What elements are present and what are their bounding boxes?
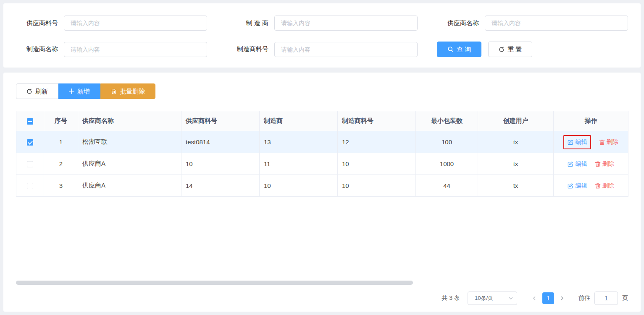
delete-icon bbox=[595, 161, 601, 167]
edit-button[interactable]: 编辑 bbox=[568, 138, 587, 146]
delete-button[interactable]: 删除 bbox=[599, 138, 618, 146]
edit-button[interactable]: 编辑 bbox=[568, 182, 587, 190]
edit-icon bbox=[568, 139, 573, 145]
pagination-total: 共 3 条 bbox=[442, 294, 460, 302]
reset-icon bbox=[499, 47, 505, 52]
edit-icon bbox=[568, 161, 573, 167]
cell-supplier-pn: 14 bbox=[181, 175, 260, 197]
form-item-supplier-pn: 供应商料号 bbox=[16, 16, 207, 31]
edit-button-label: 编辑 bbox=[575, 138, 587, 146]
page-unit-label: 页 bbox=[622, 294, 628, 302]
delete-button-label: 删除 bbox=[607, 138, 618, 146]
delete-button-label: 删除 bbox=[602, 182, 614, 190]
manufacturer-label: 制 造 商 bbox=[226, 19, 268, 27]
edit-button-label: 编辑 bbox=[575, 160, 587, 168]
cell-supplier-name: 供应商A bbox=[78, 175, 181, 197]
form-item-supplier-name: 供应商名称 bbox=[437, 16, 628, 31]
annotation-highlight-box: 编辑 bbox=[563, 135, 591, 149]
cell-creator: tx bbox=[478, 153, 554, 175]
header-supplier-name: 供应商名称 bbox=[78, 111, 181, 131]
header-manufacturer-pn: 制造商料号 bbox=[338, 111, 416, 131]
cell-manufacturer: 13 bbox=[260, 131, 338, 153]
header-supplier-pn: 供应商料号 bbox=[181, 111, 260, 131]
select-all-checkbox[interactable] bbox=[27, 118, 33, 125]
header-actions: 操作 bbox=[554, 111, 628, 131]
manufacturer-input[interactable] bbox=[274, 16, 418, 31]
header-manufacturer: 制造商 bbox=[260, 111, 338, 131]
row-checkbox[interactable] bbox=[27, 183, 33, 189]
trash-icon bbox=[111, 89, 117, 94]
goto-page-input[interactable] bbox=[594, 292, 618, 305]
next-page-button[interactable] bbox=[557, 292, 568, 304]
search-button[interactable]: 查 询 bbox=[437, 42, 481, 57]
cell-manufacturer-pn: 10 bbox=[338, 153, 416, 175]
cell-supplier-name: 松湖互联 bbox=[78, 131, 181, 153]
cell-min-package: 1000 bbox=[416, 153, 478, 175]
manufacturer-name-input[interactable] bbox=[64, 42, 207, 57]
refresh-button[interactable]: 刷新 bbox=[16, 83, 58, 99]
cell-creator: tx bbox=[478, 175, 554, 197]
add-button[interactable]: 新增 bbox=[58, 83, 100, 99]
page: 供应商料号 制 造 商 供应商名称 制造商名称 制造商料号 bbox=[0, 0, 644, 315]
chevron-right-icon bbox=[560, 296, 565, 301]
cell-supplier-pn: 10 bbox=[181, 153, 260, 175]
supplier-pn-label: 供应商料号 bbox=[16, 19, 58, 27]
current-page-button[interactable]: 1 bbox=[542, 292, 554, 304]
edit-button-label: 编辑 bbox=[575, 182, 587, 190]
row-checkbox[interactable] bbox=[27, 161, 33, 167]
form-item-manufacturer-name: 制造商名称 bbox=[16, 42, 207, 57]
delete-icon bbox=[599, 139, 605, 145]
search-form-buttons: 查 询 重 置 bbox=[437, 42, 628, 57]
delete-icon bbox=[595, 183, 601, 189]
manufacturer-pn-input[interactable] bbox=[274, 42, 418, 57]
cell-manufacturer: 10 bbox=[260, 175, 338, 197]
header-min-package: 最小包装数 bbox=[416, 111, 478, 131]
reset-button[interactable]: 重 置 bbox=[488, 42, 532, 57]
goto-label: 前往 bbox=[578, 294, 590, 302]
header-creator: 创建用户 bbox=[478, 111, 554, 131]
form-item-manufacturer-pn: 制造商料号 bbox=[226, 42, 418, 57]
toolbar: 刷新 新增 批量删除 bbox=[16, 83, 628, 99]
delete-button-label: 删除 bbox=[602, 160, 614, 168]
delete-button[interactable]: 删除 bbox=[595, 160, 614, 168]
cell-min-package: 44 bbox=[416, 175, 478, 197]
edit-button[interactable]: 编辑 bbox=[568, 160, 587, 168]
cell-index: 1 bbox=[44, 131, 78, 153]
reset-button-label: 重 置 bbox=[507, 46, 522, 52]
cell-supplier-pn: test0814 bbox=[181, 131, 260, 153]
edit-icon bbox=[568, 183, 573, 189]
supplier-name-label: 供应商名称 bbox=[437, 19, 479, 27]
search-form: 供应商料号 制 造 商 供应商名称 制造商名称 制造商料号 bbox=[16, 16, 628, 57]
manufacturer-pn-label: 制造商料号 bbox=[226, 45, 268, 53]
cell-creator: tx bbox=[478, 131, 554, 153]
table-row[interactable]: 3 供应商A 14 10 10 44 tx bbox=[16, 175, 628, 197]
add-button-label: 新增 bbox=[77, 88, 90, 94]
page-size-select[interactable]: 10条/页 bbox=[468, 292, 517, 305]
search-icon bbox=[447, 46, 454, 52]
supplier-name-input[interactable] bbox=[485, 16, 628, 31]
prev-page-button[interactable] bbox=[529, 292, 540, 304]
refresh-icon bbox=[26, 89, 32, 94]
batch-delete-button[interactable]: 批量删除 bbox=[100, 83, 155, 99]
cell-manufacturer: 11 bbox=[260, 153, 338, 175]
supplier-pn-input[interactable] bbox=[64, 16, 207, 31]
search-panel: 供应商料号 制 造 商 供应商名称 制造商名称 制造商料号 bbox=[3, 3, 641, 68]
cell-manufacturer-pn: 12 bbox=[338, 131, 416, 153]
chevron-left-icon bbox=[532, 296, 537, 301]
pagination: 共 3 条 10条/页 1 bbox=[442, 292, 628, 305]
cell-index: 3 bbox=[44, 175, 78, 197]
cell-manufacturer-pn: 10 bbox=[338, 175, 416, 197]
delete-button[interactable]: 删除 bbox=[595, 182, 614, 190]
horizontal-scrollbar[interactable] bbox=[16, 281, 413, 285]
table-panel: 刷新 新增 批量删除 bbox=[3, 73, 641, 312]
header-index: 序号 bbox=[44, 111, 78, 131]
row-checkbox[interactable] bbox=[27, 139, 33, 146]
form-item-manufacturer: 制 造 商 bbox=[226, 16, 418, 31]
table-row[interactable]: 2 供应商A 10 11 10 1000 tx bbox=[16, 153, 628, 175]
table-header-row: 序号 供应商名称 供应商料号 制造商 制造商料号 最小包装数 创建用户 操作 bbox=[16, 111, 628, 131]
chevron-down-icon bbox=[508, 296, 513, 301]
table-row[interactable]: 1 松湖互联 test0814 13 12 100 tx bbox=[16, 131, 628, 153]
page-size-select-value: 10条/页 bbox=[475, 294, 493, 302]
data-table: 序号 供应商名称 供应商料号 制造商 制造商料号 最小包装数 创建用户 操作 1… bbox=[16, 111, 628, 197]
search-button-label: 查 询 bbox=[457, 46, 471, 52]
